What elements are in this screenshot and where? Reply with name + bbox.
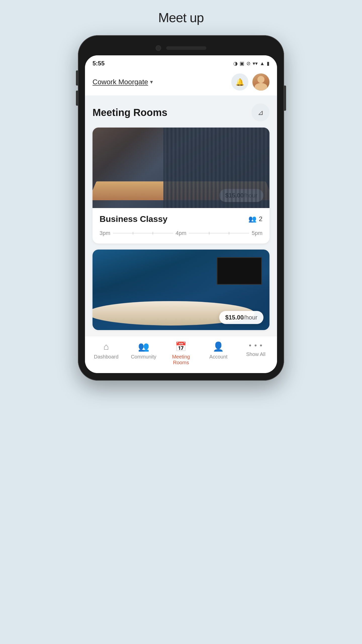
avatar-button[interactable]	[252, 73, 269, 91]
location-selector[interactable]: Cowork Moorgate ▾	[93, 78, 153, 86]
room-name-1: Business Classy	[100, 214, 167, 224]
room-info-1: Business Classy 👥 2 3pm 4pm 5pm	[93, 208, 269, 244]
app-bar: Cowork Moorgate ▾ 🔔	[85, 69, 277, 96]
time-ruler-1	[113, 233, 173, 233]
room-tv	[217, 257, 262, 285]
nav-label-community: Community	[131, 354, 156, 360]
app-bar-actions: 🔔	[231, 73, 269, 91]
time-mid-1: 4pm	[176, 230, 187, 236]
section-title: Meeting Rooms	[93, 107, 167, 118]
time-end-1: 5pm	[252, 230, 262, 236]
capacity-1: 👥 2	[248, 215, 262, 223]
meeting-rooms-icon: 📅	[175, 341, 187, 352]
nav-item-meeting-rooms[interactable]: 📅 MeetingRooms	[162, 341, 200, 366]
signal-icon: ▲	[260, 61, 265, 66]
front-camera	[156, 45, 161, 51]
wifi-icon: ▾▾	[253, 60, 258, 66]
main-content: Meeting Rooms ⊿ $15.00/hour Business Cla…	[85, 96, 277, 330]
room-image-1: $15.00/hour	[93, 128, 269, 208]
nav-item-dashboard[interactable]: ⌂ Dashboard	[87, 341, 125, 360]
app-icon-3: ⊘	[246, 60, 251, 66]
bell-icon: 🔔	[236, 78, 244, 86]
community-icon: 👥	[138, 341, 149, 352]
price-badge-2: $15.00/hour	[219, 311, 263, 324]
location-name[interactable]: Cowork Moorgate	[93, 78, 148, 86]
nav-label-show-all: Show All	[246, 351, 265, 357]
user-avatar	[252, 73, 269, 91]
nav-label-account: Account	[209, 354, 228, 360]
room-image-2: $15.00/hour	[93, 250, 269, 330]
status-time: 5:55	[93, 60, 105, 67]
app-icon-1: ◑	[233, 60, 238, 66]
filter-button[interactable]: ⊿	[251, 103, 269, 122]
app-icon-2: ▣	[240, 60, 244, 66]
chevron-down-icon: ▾	[150, 79, 153, 85]
power-button	[284, 86, 286, 111]
status-icons: ◑ ▣ ⊘ ▾▾ ▲ ▮	[233, 60, 269, 66]
volume-up-button	[76, 70, 78, 86]
time-slots-1: 3pm 4pm 5pm	[100, 228, 262, 236]
nav-item-account[interactable]: 👤 Account	[200, 341, 237, 360]
time-start-1: 3pm	[100, 230, 110, 236]
status-bar: 5:55 ◑ ▣ ⊘ ▾▾ ▲ ▮	[85, 55, 277, 69]
earpiece-speaker	[166, 46, 206, 50]
nav-label-meeting-rooms: MeetingRooms	[172, 354, 190, 366]
time-ruler-2	[189, 233, 249, 233]
phone-top-hardware	[85, 43, 277, 55]
phone-screen: 5:55 ◑ ▣ ⊘ ▾▾ ▲ ▮ Cowork Moorgate ▾ 🔔	[85, 55, 277, 373]
nav-item-show-all[interactable]: • • • Show All	[237, 341, 275, 357]
notification-button[interactable]: 🔔	[231, 73, 248, 91]
room-card-2[interactable]: $15.00/hour	[93, 250, 269, 330]
account-icon: 👤	[213, 341, 224, 352]
phone-frame: 5:55 ◑ ▣ ⊘ ▾▾ ▲ ▮ Cowork Moorgate ▾ 🔔	[78, 35, 284, 381]
volume-down-button	[76, 91, 78, 106]
price-badge-1: $15.00/hour	[219, 189, 263, 202]
battery-icon: ▮	[267, 60, 269, 66]
nav-label-dashboard: Dashboard	[94, 354, 118, 360]
home-icon: ⌂	[104, 341, 109, 352]
bottom-nav: ⌂ Dashboard 👥 Community 📅 MeetingRooms 👤…	[85, 336, 277, 373]
room-card-1[interactable]: $15.00/hour Business Classy 👥 2 3pm	[93, 128, 269, 244]
nav-item-community[interactable]: 👥 Community	[125, 341, 162, 360]
capacity-icon-1: 👥	[248, 215, 256, 223]
more-icon: • • •	[249, 341, 263, 349]
page-title: Meet up	[158, 10, 204, 25]
capacity-count-1: 2	[259, 215, 262, 223]
room-name-row-1: Business Classy 👥 2	[100, 214, 262, 224]
room-table-1	[93, 181, 269, 200]
section-header: Meeting Rooms ⊿	[93, 103, 269, 122]
filter-icon: ⊿	[258, 108, 263, 117]
